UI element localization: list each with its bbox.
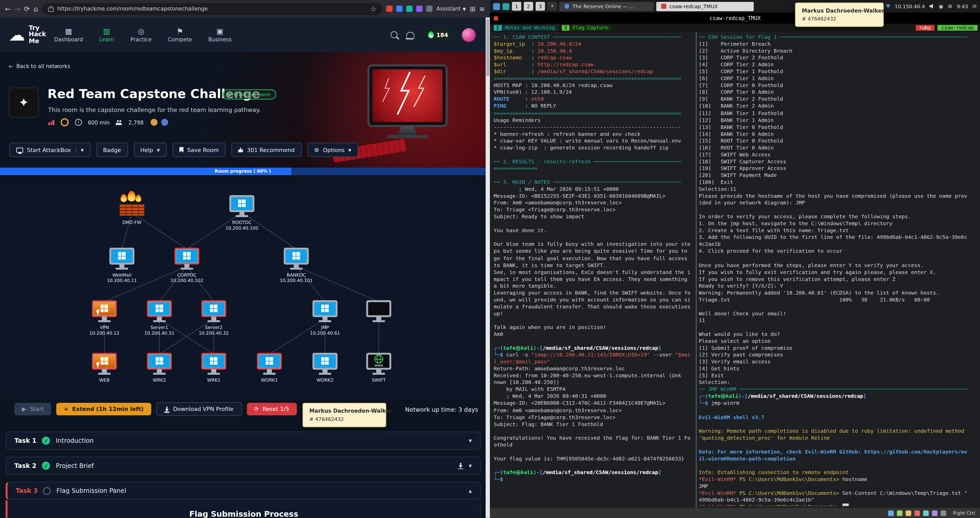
user-avatar[interactable] bbox=[462, 28, 476, 41]
cd-status-icon[interactable] bbox=[897, 510, 902, 516]
nav-item-practice[interactable]: ◎ Practice bbox=[130, 27, 152, 42]
chevron-down-icon[interactable]: ▾ bbox=[469, 462, 472, 469]
mouse-status-icon[interactable] bbox=[940, 510, 946, 516]
tmux-pane-divider[interactable] bbox=[696, 32, 697, 508]
node-bankdc[interactable]: BANKDC 10.200.40.101 bbox=[277, 247, 315, 284]
save-room-button[interactable]: Save Room bbox=[172, 142, 226, 157]
nav-item-compete[interactable]: ⚑ Compete bbox=[168, 27, 192, 42]
reload-icon[interactable]: ⟳ bbox=[24, 5, 30, 12]
session-icon[interactable]: ⟳ bbox=[972, 3, 977, 9]
room-avatar: ✦ bbox=[10, 88, 38, 117]
tmux-window-notes[interactable]: 2 Notes and Working bbox=[494, 25, 558, 30]
display-status-icon[interactable] bbox=[932, 510, 937, 516]
network-down-icon[interactable] bbox=[885, 4, 890, 8]
node-swift[interactable]: www SWIFT bbox=[360, 353, 398, 383]
extension-icon-grey[interactable] bbox=[426, 6, 433, 12]
chevron-up-icon[interactable]: ▴ bbox=[469, 487, 472, 494]
terminal-titlebar[interactable]: csaw-redcap_TMUX bbox=[490, 13, 980, 24]
bell-icon[interactable] bbox=[406, 32, 415, 38]
node-server1[interactable]: Server1 10.200.40.31 bbox=[141, 300, 178, 336]
bookmark-star-icon[interactable]: ☆ bbox=[370, 5, 377, 12]
node-rootdc[interactable]: ROOTDC 10.200.40.100 bbox=[223, 195, 261, 231]
search-icon[interactable] bbox=[391, 31, 398, 38]
options-button[interactable]: ⚙ Options ▾ bbox=[307, 142, 358, 157]
node-wrk1[interactable]: WRK1 bbox=[195, 353, 232, 383]
thm-logo[interactable]: ☁ TryHackMe bbox=[9, 25, 46, 45]
thm-navbar: ☁ TryHackMe ▦ Dashboard ▥ Learn ◎ Practi… bbox=[0, 18, 485, 52]
terminal-window: 1 2 3 ▾ The Reserve Online — ... csaw-re… bbox=[490, 0, 980, 518]
terminal-area: ── 1. CSAW CONTEXT ─────────────────────… bbox=[490, 32, 980, 508]
node-jmp[interactable]: JMP 10.200.40.61 bbox=[306, 300, 344, 336]
extension-icon-red[interactable] bbox=[387, 6, 393, 12]
clipboard-status-icon[interactable] bbox=[923, 510, 928, 516]
address-bar[interactable]: https://tryhackme.com/room/redteamcapsto… bbox=[41, 3, 383, 14]
task-row-3[interactable]: Task 3 Flag Submission Panel ▴ bbox=[6, 481, 480, 500]
scrollbar-thumb[interactable] bbox=[486, 19, 489, 76]
streak-counter[interactable]: 184 bbox=[423, 29, 453, 40]
nav-item-learn[interactable]: ▥ Learn bbox=[99, 27, 114, 42]
page-scrollbar[interactable] bbox=[485, 18, 490, 518]
node-web[interactable]: WEB bbox=[86, 353, 123, 383]
node-webmail[interactable]: WebMail 10.200.40.11 bbox=[103, 247, 141, 284]
home-icon[interactable]: ⌂ bbox=[33, 5, 38, 12]
task-complete-icon: ✓ bbox=[42, 437, 50, 445]
badge-button[interactable]: Badge bbox=[96, 142, 128, 157]
recommend-button[interactable]: 301 Recommend bbox=[231, 142, 302, 157]
tab-list-dropdown[interactable]: ▾ bbox=[547, 2, 557, 11]
download-vpn-button[interactable]: Download VPN Profile bbox=[156, 402, 242, 416]
node-server2[interactable]: Server2 10.200.40.32 bbox=[195, 300, 232, 336]
network-start-button[interactable]: ▶ Start bbox=[14, 403, 51, 416]
shield-icon[interactable]: ◉ bbox=[939, 3, 943, 9]
extension-icon-purple[interactable] bbox=[417, 6, 423, 12]
tmux-window-flag-capture[interactable]: 3 Flag Capture bbox=[562, 25, 611, 30]
extensions-puzzle-icon[interactable]: ⊞ bbox=[470, 5, 476, 12]
tab-reserve-online[interactable]: The Reserve Online — ... bbox=[559, 2, 654, 11]
task-row-1[interactable]: Task 1 ✓ Introduction ▾ bbox=[6, 432, 480, 450]
workspace-tab-2[interactable]: 2 bbox=[524, 2, 533, 11]
participant-avatar bbox=[161, 118, 169, 126]
usb-status-icon[interactable] bbox=[914, 510, 920, 516]
node-corpdc[interactable]: CORPDC 10.200.40.102 bbox=[168, 247, 205, 284]
node-wrk2[interactable]: WRK2 bbox=[141, 353, 178, 383]
thm-logo-text: TryHackMe bbox=[29, 25, 46, 45]
reset-button[interactable]: ⟳ Reset 1/5 bbox=[247, 403, 297, 416]
task-3-expanded-panel: Flag Submission Process bbox=[6, 500, 480, 518]
workspace-tab-1[interactable]: 1 bbox=[512, 2, 522, 11]
room-subtitle: This room is the capstone challenge for … bbox=[48, 106, 261, 113]
extend-button[interactable]: + Extend (1h 12min left) bbox=[56, 403, 151, 416]
tab-tmux[interactable]: csaw-redcap_TMUX bbox=[656, 2, 754, 11]
gear-icon[interactable]: ⚙ bbox=[948, 3, 953, 9]
start-attackbox-button[interactable]: Start AttackBox ▾ bbox=[10, 142, 91, 157]
help-button[interactable]: Help ▾ bbox=[134, 142, 167, 157]
chevron-down-icon[interactable]: ▾ bbox=[469, 437, 472, 444]
volume-icon[interactable] bbox=[929, 4, 934, 9]
forward-icon[interactable]: → bbox=[14, 5, 20, 12]
screen: ← → ⟳ ⌂ https://tryhackme.com/room/redte… bbox=[0, 0, 980, 518]
network-status-icon[interactable] bbox=[905, 510, 911, 516]
back-to-networks-link[interactable]: ← Back to all networks bbox=[9, 63, 70, 69]
node-unlabeled[interactable] bbox=[360, 300, 398, 317]
node-dmz-fw[interactable]: DMZ-FW bbox=[113, 193, 151, 225]
node-vpn[interactable]: VPN 10.200.40.12 bbox=[86, 300, 123, 336]
nav-item-dashboard[interactable]: ▦ Dashboard bbox=[54, 27, 83, 42]
extension-icon-teal[interactable] bbox=[406, 6, 413, 12]
panel-app-icon-2[interactable] bbox=[503, 3, 509, 10]
banner-monitor-art bbox=[368, 64, 447, 127]
terminal-pane-right[interactable]: ── SSH Session for Flag 1 ──────────────… bbox=[699, 34, 979, 506]
back-icon[interactable]: ← bbox=[5, 5, 11, 12]
assistant-menu[interactable]: Assistant ▾ bbox=[436, 5, 466, 12]
task-download-icon[interactable] bbox=[458, 463, 463, 469]
attackbox-dropdown[interactable]: ▾ bbox=[76, 147, 84, 153]
workspace-tab-3[interactable]: 3 bbox=[536, 2, 545, 11]
terminal-pane-left[interactable]: ── 1. CSAW CONTEXT ─────────────────────… bbox=[494, 34, 695, 506]
premium-dot-icon bbox=[228, 93, 231, 96]
task-row-2[interactable]: Task 2 ✓ Project Brief ▾ bbox=[6, 457, 480, 475]
menu-icon[interactable]: ≡ bbox=[479, 5, 485, 12]
node-work2[interactable]: WORK2 bbox=[306, 353, 344, 383]
gear-icon: ⚙ bbox=[314, 147, 319, 153]
panel-app-icon-1[interactable] bbox=[493, 3, 500, 10]
node-work1[interactable]: WORK1 bbox=[251, 353, 288, 383]
nav-item-business[interactable]: ▣ Business bbox=[208, 27, 231, 42]
hdd-status-icon[interactable] bbox=[888, 510, 894, 516]
extension-icon-blue[interactable] bbox=[396, 6, 402, 12]
